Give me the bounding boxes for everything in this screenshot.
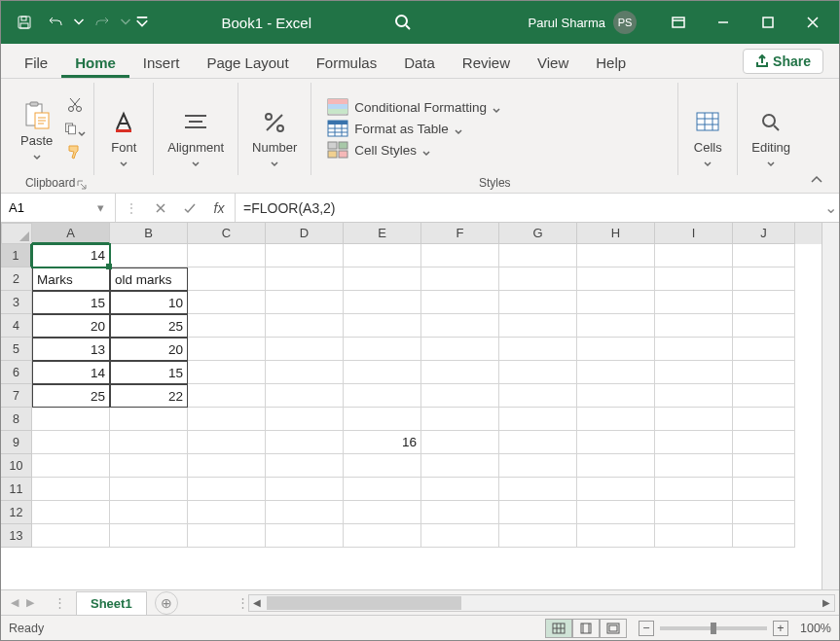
cell-I7[interactable] — [655, 384, 733, 408]
cell-G3[interactable] — [499, 291, 577, 314]
cell-F8[interactable] — [421, 408, 499, 431]
cell-B11[interactable] — [110, 478, 188, 501]
cell-A11[interactable] — [32, 478, 110, 501]
cell-G2[interactable] — [499, 267, 577, 291]
insert-function-icon[interactable]: fx — [209, 200, 229, 216]
sheet-tab-active[interactable]: Sheet1 — [76, 591, 147, 615]
cell-B3[interactable]: 10 — [110, 291, 188, 314]
cell-C11[interactable] — [188, 478, 266, 501]
cell-F5[interactable] — [421, 338, 499, 361]
cell-C13[interactable] — [188, 524, 266, 548]
fb-options-icon[interactable]: ⋮ — [122, 200, 141, 216]
cell-D7[interactable] — [266, 384, 344, 408]
row-header-11[interactable]: 11 — [1, 478, 32, 501]
cell-E8[interactable] — [344, 408, 421, 431]
cell-A8[interactable] — [32, 408, 110, 431]
cell-F6[interactable] — [421, 361, 499, 384]
cell-E6[interactable] — [344, 361, 421, 384]
user-avatar[interactable]: PS — [613, 11, 637, 34]
row-header-2[interactable]: 2 — [1, 267, 32, 291]
cell-H11[interactable] — [577, 478, 655, 501]
editing-button[interactable]: Editing — [746, 105, 796, 166]
cell-D3[interactable] — [266, 291, 344, 314]
cell-D11[interactable] — [266, 478, 344, 501]
cell-I10[interactable] — [655, 454, 733, 478]
cell-B5[interactable]: 20 — [110, 338, 188, 361]
cell-J11[interactable] — [733, 478, 795, 501]
cell-J2[interactable] — [733, 267, 795, 291]
cell-styles-button[interactable]: Cell Styles — [327, 141, 430, 159]
zoom-in-icon[interactable]: + — [773, 621, 788, 636]
row-header-9[interactable]: 9 — [1, 431, 32, 454]
cell-G11[interactable] — [499, 478, 577, 501]
cell-B2[interactable]: old marks — [110, 267, 188, 291]
font-button[interactable]: Font — [102, 105, 145, 166]
cell-G5[interactable] — [499, 338, 577, 361]
copy-icon[interactable] — [64, 118, 86, 139]
cell-J5[interactable] — [733, 338, 795, 361]
row-header-8[interactable]: 8 — [1, 408, 32, 431]
cut-icon[interactable] — [64, 94, 86, 116]
col-header-J[interactable]: J — [733, 223, 795, 244]
cell-B10[interactable] — [110, 454, 188, 478]
cell-B9[interactable] — [110, 431, 188, 454]
cell-E12[interactable] — [344, 501, 421, 524]
zoom-slider[interactable] — [660, 626, 767, 630]
tab-view[interactable]: View — [524, 47, 582, 78]
cell-C8[interactable] — [188, 408, 266, 431]
cell-D5[interactable] — [266, 338, 344, 361]
row-header-12[interactable]: 12 — [1, 501, 32, 524]
user-name[interactable]: Parul Sharma — [529, 16, 605, 30]
cell-F3[interactable] — [421, 291, 499, 314]
minimize-icon[interactable] — [701, 5, 746, 40]
tab-review[interactable]: Review — [449, 47, 524, 78]
tab-help[interactable]: Help — [582, 47, 639, 78]
cell-I11[interactable] — [655, 478, 733, 501]
row-header-3[interactable]: 3 — [1, 291, 32, 314]
cell-I5[interactable] — [655, 338, 733, 361]
cell-H8[interactable] — [577, 408, 655, 431]
col-header-C[interactable]: C — [188, 223, 266, 244]
cell-J7[interactable] — [733, 384, 795, 408]
cell-C6[interactable] — [188, 361, 266, 384]
cell-E13[interactable] — [344, 524, 421, 548]
vertical-scrollbar[interactable] — [822, 223, 839, 589]
cell-I4[interactable] — [655, 314, 733, 338]
name-box[interactable]: A1 ▾ — [1, 194, 116, 222]
cell-F7[interactable] — [421, 384, 499, 408]
search-icon[interactable] — [389, 9, 417, 36]
cell-C1[interactable] — [188, 244, 266, 267]
cell-E3[interactable] — [344, 291, 421, 314]
tab-file[interactable]: File — [11, 47, 61, 78]
add-sheet-icon[interactable]: ⊕ — [155, 591, 178, 615]
cells[interactable]: 14Marksold marks1510202513201415252216 — [32, 244, 795, 548]
collapse-ribbon-icon[interactable] — [802, 167, 831, 193]
zoom-level[interactable]: 100% — [800, 622, 831, 635]
tab-home[interactable]: Home — [61, 47, 129, 78]
format-painter-icon[interactable] — [64, 141, 86, 162]
col-header-E[interactable]: E — [344, 223, 421, 244]
cell-D12[interactable] — [266, 501, 344, 524]
cell-G8[interactable] — [499, 408, 577, 431]
horizontal-scrollbar[interactable]: ◀▶ — [248, 594, 835, 612]
cell-G6[interactable] — [499, 361, 577, 384]
page-break-view-icon[interactable] — [600, 619, 627, 638]
cell-E7[interactable] — [344, 384, 421, 408]
enter-formula-icon[interactable] — [180, 201, 200, 215]
cell-J9[interactable] — [733, 431, 795, 454]
cell-G12[interactable] — [499, 501, 577, 524]
cell-F9[interactable] — [421, 431, 499, 454]
cell-D2[interactable] — [266, 267, 344, 291]
cell-C4[interactable] — [188, 314, 266, 338]
cell-F2[interactable] — [421, 267, 499, 291]
cell-C7[interactable] — [188, 384, 266, 408]
cell-J4[interactable] — [733, 314, 795, 338]
undo-icon[interactable] — [42, 9, 69, 36]
cell-H10[interactable] — [577, 454, 655, 478]
cell-E11[interactable] — [344, 478, 421, 501]
cell-H7[interactable] — [577, 384, 655, 408]
cell-F10[interactable] — [421, 454, 499, 478]
cell-D10[interactable] — [266, 454, 344, 478]
cell-I2[interactable] — [655, 267, 733, 291]
tab-data[interactable]: Data — [390, 47, 449, 78]
